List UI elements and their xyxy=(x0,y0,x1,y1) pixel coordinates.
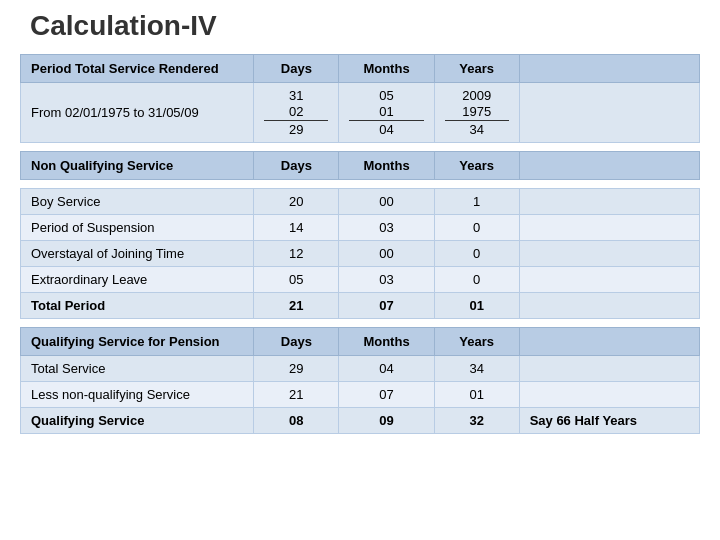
s1-header-months: Months xyxy=(339,55,434,83)
s3-row-years: 32 xyxy=(434,408,519,434)
table-row: Total Service 29 04 34 xyxy=(21,356,700,382)
s1-months-2: 01 xyxy=(349,104,423,121)
s2-row-months: 03 xyxy=(339,267,434,293)
s2-row-months: 00 xyxy=(339,189,434,215)
s2-row-extra xyxy=(519,293,699,319)
say-text: Say 66 Half Years xyxy=(530,413,637,428)
s3-row-days: 08 xyxy=(254,408,339,434)
section1-header-row: Period Total Service Rendered Days Month… xyxy=(21,55,700,83)
s2-row-label: Boy Service xyxy=(21,189,254,215)
s1-years-cell: 2009 1975 34 xyxy=(434,83,519,143)
s2-row-days: 21 xyxy=(254,293,339,319)
s2-row-extra xyxy=(519,241,699,267)
s2-row-years: 1 xyxy=(434,189,519,215)
s3-row-years: 01 xyxy=(434,382,519,408)
s1-months-1: 05 xyxy=(379,88,393,103)
s2-header-months: Months xyxy=(339,152,434,180)
s3-row-label: Qualifying Service xyxy=(21,408,254,434)
s2-row-label: Total Period xyxy=(21,293,254,319)
s1-months-3: 04 xyxy=(379,122,393,137)
table-row: Less non-qualifying Service 21 07 01 xyxy=(21,382,700,408)
s1-years-3: 34 xyxy=(469,122,483,137)
s2-row-days: 05 xyxy=(254,267,339,293)
table-row: Total Period 21 07 01 xyxy=(21,293,700,319)
s1-days-2: 02 xyxy=(264,104,328,121)
s1-days-cell: 31 02 29 xyxy=(254,83,339,143)
s2-row-days: 20 xyxy=(254,189,339,215)
s1-header-days: Days xyxy=(254,55,339,83)
s1-days-3: 29 xyxy=(289,122,303,137)
s1-header-extra xyxy=(519,55,699,83)
s2-header-years: Years xyxy=(434,152,519,180)
s3-header-extra xyxy=(519,328,699,356)
s3-header-years: Years xyxy=(434,328,519,356)
s2-row-extra xyxy=(519,189,699,215)
table-row: Extraordinary Leave 05 03 0 xyxy=(21,267,700,293)
s3-row-months: 07 xyxy=(339,382,434,408)
section3-table: Qualifying Service for Pension Days Mont… xyxy=(20,327,700,434)
s1-header-years: Years xyxy=(434,55,519,83)
s1-years-2: 1975 xyxy=(445,104,509,121)
s1-from-label: From 02/01/1975 to 31/05/09 xyxy=(21,83,254,143)
s2-row-years: 0 xyxy=(434,215,519,241)
s1-months-stacked: 05 01 04 xyxy=(349,88,423,137)
s3-row-days: 29 xyxy=(254,356,339,382)
s3-row-extra: Say 66 Half Years xyxy=(519,408,699,434)
s3-header-label: Qualifying Service for Pension xyxy=(21,328,254,356)
s3-header-days: Days xyxy=(254,328,339,356)
s2-header-label: Non Qualifying Service xyxy=(21,152,254,180)
s2-row-months: 03 xyxy=(339,215,434,241)
s2-row-days: 12 xyxy=(254,241,339,267)
section2-data-table: Boy Service 20 00 1 Period of Suspension… xyxy=(20,188,700,319)
s1-years-stacked: 2009 1975 34 xyxy=(445,88,509,137)
s1-days-1: 31 xyxy=(289,88,303,103)
s3-row-days: 21 xyxy=(254,382,339,408)
table-row: Boy Service 20 00 1 xyxy=(21,189,700,215)
section1-table: Period Total Service Rendered Days Month… xyxy=(20,54,700,143)
s2-header-days: Days xyxy=(254,152,339,180)
s3-row-extra xyxy=(519,382,699,408)
s1-years-1: 2009 xyxy=(462,88,491,103)
s1-header-label: Period Total Service Rendered xyxy=(21,55,254,83)
page-title: Calculation-IV xyxy=(20,10,700,42)
s2-row-label: Overstayal of Joining Time xyxy=(21,241,254,267)
s3-row-months: 04 xyxy=(339,356,434,382)
s2-header-extra xyxy=(519,152,699,180)
s2-row-days: 14 xyxy=(254,215,339,241)
section2-table: Non Qualifying Service Days Months Years xyxy=(20,151,700,180)
table-row: Qualifying Service 08 09 32 Say 66 Half … xyxy=(21,408,700,434)
s2-row-years: 0 xyxy=(434,267,519,293)
s2-row-years: 01 xyxy=(434,293,519,319)
s2-row-label: Period of Suspension xyxy=(21,215,254,241)
s3-header-row: Qualifying Service for Pension Days Mont… xyxy=(21,328,700,356)
s1-extra-cell xyxy=(519,83,699,143)
s3-row-label: Less non-qualifying Service xyxy=(21,382,254,408)
s2-row-months: 07 xyxy=(339,293,434,319)
s2-row-extra xyxy=(519,215,699,241)
s3-row-years: 34 xyxy=(434,356,519,382)
s1-days-stacked: 31 02 29 xyxy=(264,88,328,137)
section2-header-row: Non Qualifying Service Days Months Years xyxy=(21,152,700,180)
s2-row-months: 00 xyxy=(339,241,434,267)
s2-row-label: Extraordinary Leave xyxy=(21,267,254,293)
s2-row-extra xyxy=(519,267,699,293)
s1-months-cell: 05 01 04 xyxy=(339,83,434,143)
s2-row-years: 0 xyxy=(434,241,519,267)
s3-row-months: 09 xyxy=(339,408,434,434)
table-row: Period of Suspension 14 03 0 xyxy=(21,215,700,241)
s3-header-months: Months xyxy=(339,328,434,356)
s3-row-extra xyxy=(519,356,699,382)
s3-row-label: Total Service xyxy=(21,356,254,382)
table-row: Overstayal of Joining Time 12 00 0 xyxy=(21,241,700,267)
s1-data-row: From 02/01/1975 to 31/05/09 31 02 29 05 … xyxy=(21,83,700,143)
